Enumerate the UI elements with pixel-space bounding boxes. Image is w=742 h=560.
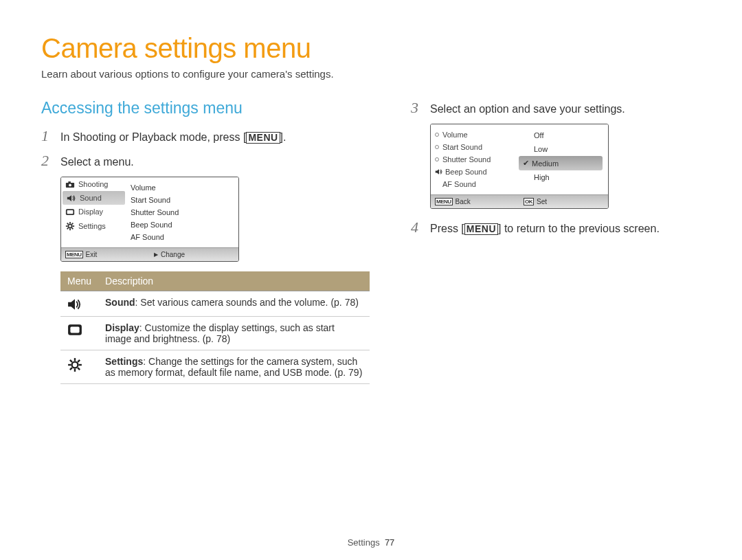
svg-line-25 xyxy=(70,368,72,370)
option-high: High xyxy=(519,170,605,184)
camera-icon xyxy=(65,181,75,188)
submenu-item: Volume xyxy=(435,128,519,141)
gear-icon xyxy=(65,221,75,231)
step-2: 2 Select a menu. xyxy=(41,152,370,170)
table-row: Settings: Change the settings for the ca… xyxy=(60,350,370,384)
step-4: 4 Press [MENU] to return to the previous… xyxy=(411,219,701,236)
submenu-item: Beep Sound xyxy=(435,166,519,178)
svg-point-6 xyxy=(68,224,71,227)
table-head-menu: Menu xyxy=(60,271,98,291)
step-text: In Shooting or Playback mode, press [MEN… xyxy=(60,131,286,144)
table-desc: Settings: Change the settings for the ca… xyxy=(98,350,370,384)
svg-marker-3 xyxy=(67,195,71,201)
submenu-item: Beep Sound xyxy=(131,219,238,231)
svg-rect-17 xyxy=(70,327,79,333)
table-head-desc: Description xyxy=(98,271,370,291)
step-text: Select an option and save your settings. xyxy=(430,103,625,115)
step-number: 3 xyxy=(411,99,423,117)
footer-menu-btn: MENU xyxy=(435,198,453,205)
menu-description-table: Menu Description Sound: Set various came… xyxy=(60,271,370,384)
bullet-icon xyxy=(435,133,439,137)
table-desc: Display: Customize the display settings,… xyxy=(98,317,370,350)
step-number: 2 xyxy=(41,152,54,170)
option-low: Low xyxy=(519,142,605,156)
bullet-icon xyxy=(435,157,439,161)
menu-item-display: Display xyxy=(61,205,126,219)
submenu-item: Start Sound xyxy=(435,141,519,153)
display-icon xyxy=(65,208,75,216)
submenu-item: Shutter Sound xyxy=(435,153,519,166)
table-row: Sound: Set various camera sounds and the… xyxy=(60,291,370,317)
footer-menu-btn: MENU xyxy=(65,251,83,258)
svg-line-24 xyxy=(78,368,80,370)
submenu-item: AF Sound xyxy=(131,231,238,243)
menu-item-shooting: Shooting xyxy=(61,177,126,191)
page-title: Camera settings menu xyxy=(41,33,701,64)
svg-rect-5 xyxy=(67,210,74,213)
right-column: 3 Select an option and save your setting… xyxy=(411,99,701,384)
svg-line-14 xyxy=(72,223,74,225)
table-row: Display: Customize the display settings,… xyxy=(60,317,370,350)
svg-marker-27 xyxy=(436,169,439,175)
triangle-right-icon: ▶ xyxy=(154,251,158,258)
screen-footer: MENUBack OKSet xyxy=(431,194,608,208)
option-medium: ✔Medium xyxy=(519,156,603,170)
submenu-item: Volume xyxy=(131,181,238,194)
left-column: Accessing the settings menu 1 In Shootin… xyxy=(41,99,370,384)
sound-icon xyxy=(67,194,76,202)
check-icon: ✔ xyxy=(523,159,529,168)
camera-screen-menu: Shooting Sound Display xyxy=(60,177,239,262)
svg-line-12 xyxy=(72,228,74,229)
menu-item-settings: Settings xyxy=(61,219,126,234)
submenu-item: Start Sound xyxy=(131,194,238,206)
camera-screen-option: Volume Start Sound Shutter Sound Beep So… xyxy=(430,124,609,209)
page-subtitle: Learn about various options to configure… xyxy=(41,68,701,80)
option-off: Off xyxy=(519,128,605,142)
bullet-icon xyxy=(435,145,439,149)
sound-icon xyxy=(60,291,98,317)
svg-marker-15 xyxy=(68,299,75,309)
svg-line-11 xyxy=(67,223,69,225)
screen-footer: MENUExit ▶Change xyxy=(61,247,238,261)
submenu-item: Shutter Sound xyxy=(131,206,238,219)
svg-line-26 xyxy=(78,360,80,362)
sound-icon xyxy=(435,168,442,175)
svg-line-13 xyxy=(67,228,69,229)
menu-button-label: MENU xyxy=(464,223,498,235)
footer-ok-btn: OK xyxy=(524,198,534,205)
menu-item-sound: Sound xyxy=(63,191,125,205)
step-3: 3 Select an option and save your setting… xyxy=(411,99,701,117)
svg-line-23 xyxy=(70,360,72,362)
svg-rect-1 xyxy=(68,181,71,183)
step-text: Select a menu. xyxy=(60,156,134,168)
svg-point-18 xyxy=(72,362,78,368)
step-number: 1 xyxy=(41,127,54,145)
step-text: Press [MENU] to return to the previous s… xyxy=(430,223,660,235)
page-footer: Settings 77 xyxy=(0,537,742,548)
gear-icon xyxy=(60,350,98,384)
step-1: 1 In Shooting or Playback mode, press [M… xyxy=(41,127,370,145)
table-desc: Sound: Set various camera sounds and the… xyxy=(98,291,370,317)
step-number: 4 xyxy=(411,219,423,236)
menu-button-label: MENU xyxy=(246,132,280,144)
display-icon xyxy=(60,317,98,350)
section-title: Accessing the settings menu xyxy=(41,99,370,117)
submenu-item: AF Sound xyxy=(435,178,519,190)
svg-point-2 xyxy=(69,183,71,186)
